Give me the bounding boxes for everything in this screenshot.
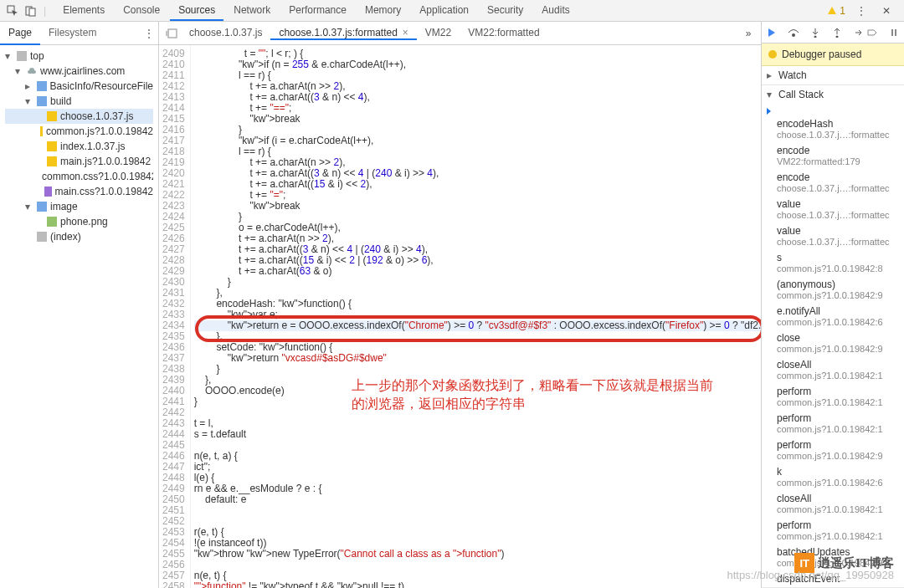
navigator-panel: Page Filesystem ⋮ ▾top▾www.jcairlines.co… <box>0 22 159 588</box>
callstack-head[interactable]: ▾Call Stack <box>762 85 904 104</box>
step-out-icon[interactable] <box>830 26 844 39</box>
tab-sources[interactable]: Sources <box>170 1 223 21</box>
chevron-right-icon: ▸ <box>767 69 775 81</box>
svg-rect-8 <box>895 29 896 36</box>
file-tab[interactable]: VM22 <box>417 27 460 40</box>
warning-badge[interactable]: 1 <box>827 5 845 17</box>
code-editor[interactable]: 2409241024112412241324142415241624172418… <box>159 45 761 588</box>
svg-point-4 <box>792 33 795 37</box>
tab-network[interactable]: Network <box>225 1 279 21</box>
file-tab[interactable]: choose.1.0.37.js <box>181 27 270 40</box>
source-panel: choose.1.0.37.jschoose.1.0.37.js:formatt… <box>159 22 762 588</box>
stack-frame[interactable]: performcommon.js?1.0.0.19842:1 <box>762 517 904 544</box>
tree-item[interactable]: (index) <box>5 229 153 244</box>
file-tab[interactable]: choose.1.0.37.js:formatted× <box>270 27 416 40</box>
stack-frame[interactable]: (anonymous)common.js?1.0.0.19842:9 <box>762 276 904 303</box>
resume-icon[interactable] <box>765 26 778 39</box>
inspect-icon[interactable] <box>3 2 22 20</box>
stack-frame[interactable]: encodeVM22:formatted:179 <box>762 142 904 169</box>
file-tree: ▾top▾www.jcairlines.com▸BasicInfo/Resour… <box>0 45 158 588</box>
stack-frame[interactable]: scommon.js?1.0.0.19842:8 <box>762 249 904 276</box>
close-icon[interactable]: × <box>403 27 408 38</box>
line-gutter: 2409241024112412241324142415241624172418… <box>159 45 191 588</box>
stack-frame[interactable]: encodeHashchoose.1.0.37.j…:formattec <box>762 104 904 142</box>
call-stack-list: encodeHashchoose.1.0.37.j…:formattecenco… <box>762 104 904 587</box>
tree-item[interactable]: ▾www.jcairlines.com <box>5 64 153 79</box>
stack-frame[interactable]: performcommon.js?1.0.0.19842:9 <box>762 437 904 463</box>
tab-page[interactable]: Page <box>0 22 40 45</box>
close-icon[interactable]: ✕ <box>877 2 896 20</box>
chevron-down-icon: ▾ <box>767 89 775 100</box>
stack-frame[interactable]: kcommon.js?1.0.0.19842:6 <box>762 463 904 490</box>
tree-item[interactable]: index.1.0.37.js <box>5 139 153 154</box>
step-icon[interactable] <box>852 26 865 39</box>
tree-item[interactable]: choose.1.0.37.js <box>5 109 153 124</box>
stack-frame[interactable]: closeAllcommon.js?1.0.0.19842:1 <box>762 490 904 517</box>
debugger-paused-notice: Debugger paused <box>762 43 904 66</box>
tree-item[interactable]: ▸BasicInfo/ResourceFile <box>5 79 153 94</box>
svg-point-5 <box>814 35 817 38</box>
tree-item[interactable]: main.js?1.0.0.19842 <box>5 154 153 169</box>
debugger-panel: Debugger paused ▸Watch ▾Call Stack encod… <box>762 22 904 588</box>
file-tabs: choose.1.0.37.jschoose.1.0.37.js:formatt… <box>159 22 761 45</box>
panel-tabs: ElementsConsoleSourcesNetworkPerformance… <box>54 1 827 21</box>
notice-label: Debugger paused <box>782 49 861 60</box>
svg-rect-3 <box>168 29 177 38</box>
callstack-section: ▾Call Stack encodeHashchoose.1.0.37.j…:f… <box>762 85 904 588</box>
divider: | <box>44 5 46 17</box>
step-over-icon[interactable] <box>787 26 800 39</box>
file-tab[interactable]: VM22:formatted <box>460 27 547 40</box>
code-content: t = ""; l < r; ) { "kw">if (n = 255 & e.… <box>191 45 761 588</box>
svg-point-6 <box>836 35 839 38</box>
tree-item[interactable]: ▾build <box>5 94 153 109</box>
stack-frame[interactable]: valuechoose.1.0.37.j…:formattec <box>762 196 904 222</box>
stack-frame[interactable]: valuechoose.1.0.37.j…:formattec <box>762 222 904 249</box>
tree-item[interactable]: ▾top <box>5 49 153 64</box>
tab-application[interactable]: Application <box>411 1 477 21</box>
tab-console[interactable]: Console <box>115 1 168 21</box>
watermark-text: https://blog.csdn.net/qq_19950928 <box>727 569 895 581</box>
stack-frame[interactable]: encodechoose.1.0.37.j…:formattec <box>762 169 904 196</box>
warning-count: 1 <box>840 5 845 17</box>
overflow-icon[interactable]: » <box>739 24 758 43</box>
tab-audits[interactable]: Audits <box>533 1 578 21</box>
navigator-tabs: Page Filesystem ⋮ <box>0 22 158 45</box>
tree-item[interactable]: ▾image <box>5 199 153 214</box>
stack-frame[interactable]: e.notifyAllcommon.js?1.0.0.19842:6 <box>762 303 904 330</box>
stack-frame[interactable]: closecommon.js?1.0.0.19842:9 <box>762 330 904 356</box>
stack-frame[interactable]: performcommon.js?1.0.0.19842:1 <box>762 410 904 437</box>
tab-security[interactable]: Security <box>479 1 532 21</box>
tab-elements[interactable]: Elements <box>54 1 113 21</box>
device-icon[interactable] <box>22 2 40 20</box>
svg-rect-2 <box>29 8 35 16</box>
history-icon[interactable] <box>162 24 181 43</box>
step-into-icon[interactable] <box>809 26 822 39</box>
tree-item[interactable]: common.css?1.0.0.19842 <box>5 169 153 184</box>
section-label: Call Stack <box>778 89 824 100</box>
tree-item[interactable]: common.js?1.0.0.19842 <box>5 124 153 139</box>
debugger-toolbar <box>762 22 904 43</box>
devtools-toolbar: | ElementsConsoleSourcesNetworkPerforman… <box>0 0 904 22</box>
tab-filesystem[interactable]: Filesystem <box>40 22 105 45</box>
tree-item[interactable]: phone.png <box>5 214 153 229</box>
pause-exceptions-icon[interactable] <box>887 26 901 39</box>
info-icon <box>768 50 777 59</box>
more-icon[interactable]: ⋮ <box>140 24 158 43</box>
section-label: Watch <box>778 69 807 81</box>
more-icon[interactable]: ⋮ <box>852 2 871 20</box>
watch-section[interactable]: ▸Watch <box>762 66 904 85</box>
tab-performance[interactable]: Performance <box>280 1 355 21</box>
tree-item[interactable]: main.css?1.0.0.19842 <box>5 184 153 199</box>
deactivate-breakpoints-icon[interactable] <box>865 26 879 39</box>
stack-frame[interactable]: performcommon.js?1.0.0.19842:1 <box>762 383 904 410</box>
tab-memory[interactable]: Memory <box>357 1 409 21</box>
svg-rect-7 <box>891 29 893 36</box>
stack-frame[interactable]: closeAllcommon.js?1.0.0.19842:1 <box>762 356 904 383</box>
